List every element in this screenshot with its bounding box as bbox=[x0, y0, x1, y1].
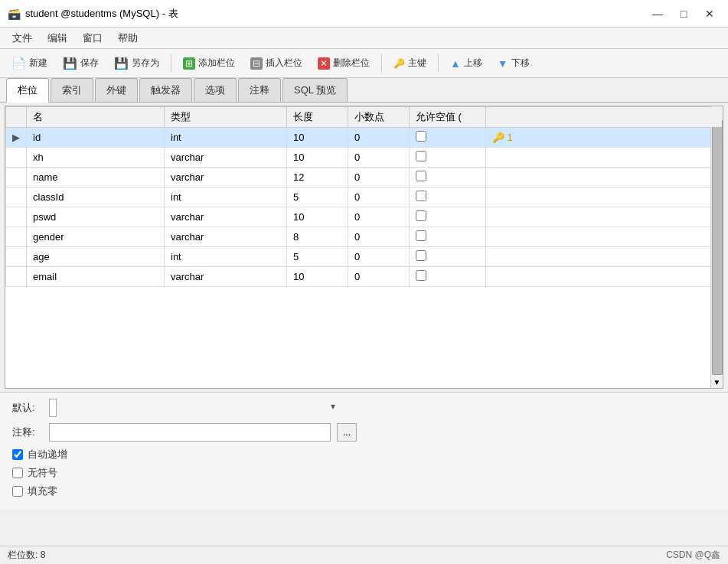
field-extra-cell bbox=[486, 187, 723, 207]
row-marker bbox=[6, 148, 27, 168]
table-row[interactable]: namevarchar120 bbox=[6, 168, 723, 187]
tab-trigger[interactable]: 触发器 bbox=[139, 78, 192, 102]
field-decimal-cell: 0 bbox=[348, 227, 410, 247]
scrollbar[interactable]: ▲ ▼ bbox=[710, 106, 723, 388]
tab-bar: 栏位 索引 外键 触发器 选项 注释 SQL 预览 bbox=[0, 78, 728, 103]
scroll-thumb[interactable] bbox=[712, 119, 723, 375]
default-select[interactable] bbox=[49, 399, 57, 417]
field-decimal-cell: 0 bbox=[348, 187, 410, 207]
nullable-checkbox[interactable] bbox=[416, 210, 426, 221]
col-header-type[interactable]: 类型 bbox=[165, 107, 287, 128]
field-nullable-cell[interactable] bbox=[410, 227, 486, 247]
field-decimal-cell: 0 bbox=[348, 128, 410, 148]
field-length-cell: 10 bbox=[287, 128, 348, 148]
field-extra-cell bbox=[486, 168, 723, 187]
tab-sql-preview[interactable]: SQL 预览 bbox=[282, 78, 348, 102]
table-area: 名 类型 长度 小数点 允许空值 ( ▶idint100🔑 1xhvarchar… bbox=[5, 106, 723, 389]
row-marker bbox=[6, 227, 27, 247]
move-down-button[interactable]: ▼ 下移 bbox=[491, 54, 537, 73]
col-header-name[interactable]: 名 bbox=[27, 107, 165, 128]
table-row[interactable]: ageint50 bbox=[6, 247, 723, 267]
save-icon: 💾 bbox=[63, 57, 77, 70]
menu-window[interactable]: 窗口 bbox=[77, 29, 109, 47]
save-button[interactable]: 💾 保存 bbox=[56, 54, 106, 73]
field-nullable-cell[interactable] bbox=[410, 168, 486, 187]
up-arrow-icon: ▲ bbox=[450, 57, 461, 70]
field-length-cell: 12 bbox=[287, 168, 348, 187]
field-name-cell: classId bbox=[27, 187, 165, 207]
field-type-cell: varchar bbox=[165, 267, 287, 287]
table-row[interactable]: pswdvarchar100 bbox=[6, 207, 723, 227]
table-row[interactable]: ▶idint100🔑 1 bbox=[6, 128, 723, 148]
insert-column-button[interactable]: ⊟ 插入栏位 bbox=[243, 54, 309, 73]
primary-key-button[interactable]: 🔑 主键 bbox=[387, 54, 433, 73]
nullable-checkbox[interactable] bbox=[416, 270, 426, 281]
zerofill-checkbox[interactable] bbox=[12, 486, 23, 497]
delete-column-icon: ✕ bbox=[318, 57, 330, 70]
autoincrement-checkbox[interactable] bbox=[12, 449, 23, 460]
saveas-button[interactable]: 💾 另存为 bbox=[107, 54, 166, 73]
nullable-checkbox[interactable] bbox=[416, 171, 426, 181]
comment-input[interactable] bbox=[49, 423, 331, 442]
add-column-icon: ⊞ bbox=[183, 57, 195, 70]
table-row[interactable]: xhvarchar100 bbox=[6, 148, 723, 168]
field-name-cell: pswd bbox=[27, 207, 165, 227]
new-icon: 📄 bbox=[11, 57, 26, 70]
field-length-cell: 8 bbox=[287, 227, 348, 247]
field-type-cell: varchar bbox=[165, 227, 287, 247]
field-nullable-cell[interactable] bbox=[410, 148, 486, 168]
col-header-nullable[interactable]: 允许空值 ( bbox=[410, 107, 486, 128]
maximize-button[interactable]: □ bbox=[673, 6, 694, 21]
field-length-cell: 5 bbox=[287, 247, 348, 267]
table-container[interactable]: 名 类型 长度 小数点 允许空值 ( ▶idint100🔑 1xhvarchar… bbox=[5, 106, 723, 388]
close-button[interactable]: ✕ bbox=[699, 6, 720, 21]
nullable-checkbox[interactable] bbox=[416, 151, 426, 161]
field-decimal-cell: 0 bbox=[348, 207, 410, 227]
fields-table: 名 类型 长度 小数点 允许空值 ( ▶idint100🔑 1xhvarchar… bbox=[5, 106, 723, 287]
field-name-cell: email bbox=[27, 267, 165, 287]
tab-foreign-key[interactable]: 外键 bbox=[95, 78, 138, 102]
delete-column-button[interactable]: ✕ 删除栏位 bbox=[311, 54, 377, 73]
menu-edit[interactable]: 编辑 bbox=[41, 29, 73, 47]
key-icon: 🔑 bbox=[393, 58, 405, 69]
tab-columns[interactable]: 栏位 bbox=[6, 78, 49, 103]
status-bar: 栏位数: 8 CSDN @Q鑫 bbox=[0, 546, 728, 564]
table-row[interactable]: classIdint50 bbox=[6, 187, 723, 207]
field-nullable-cell[interactable] bbox=[410, 247, 486, 267]
field-nullable-cell[interactable] bbox=[410, 128, 486, 148]
add-column-button[interactable]: ⊞ 添加栏位 bbox=[176, 54, 242, 73]
nullable-checkbox[interactable] bbox=[416, 250, 426, 261]
field-name-cell: xh bbox=[27, 148, 165, 168]
field-nullable-cell[interactable] bbox=[410, 207, 486, 227]
field-extra-cell bbox=[486, 227, 723, 247]
field-type-cell: varchar bbox=[165, 168, 287, 187]
field-type-cell: varchar bbox=[165, 207, 287, 227]
tab-options[interactable]: 选项 bbox=[194, 78, 237, 102]
unsigned-label: 无符号 bbox=[28, 466, 57, 480]
field-length-cell: 10 bbox=[287, 148, 348, 168]
nullable-checkbox[interactable] bbox=[416, 131, 426, 142]
col-header-decimal[interactable]: 小数点 bbox=[348, 107, 410, 128]
minimize-button[interactable]: — bbox=[647, 6, 668, 21]
col-header-length[interactable]: 长度 bbox=[287, 107, 348, 128]
field-nullable-cell[interactable] bbox=[410, 267, 486, 287]
new-button[interactable]: 📄 新建 bbox=[5, 54, 54, 73]
field-decimal-cell: 0 bbox=[348, 267, 410, 287]
field-nullable-cell[interactable] bbox=[410, 187, 486, 207]
tab-index[interactable]: 索引 bbox=[51, 78, 93, 102]
field-extra-cell: 🔑 1 bbox=[486, 128, 723, 148]
scroll-down-arrow[interactable]: ▼ bbox=[712, 377, 723, 388]
autoincrement-label: 自动递增 bbox=[28, 448, 67, 461]
unsigned-checkbox[interactable] bbox=[12, 468, 23, 478]
table-row[interactable]: gendervarchar80 bbox=[6, 227, 723, 247]
nullable-checkbox[interactable] bbox=[416, 191, 426, 201]
menu-file[interactable]: 文件 bbox=[6, 29, 38, 47]
table-row[interactable]: emailvarchar100 bbox=[6, 267, 723, 287]
field-name-cell: id bbox=[27, 128, 165, 148]
menu-help[interactable]: 帮助 bbox=[112, 29, 144, 47]
move-up-button[interactable]: ▲ 上移 bbox=[443, 54, 489, 73]
nullable-checkbox[interactable] bbox=[416, 230, 426, 241]
comment-dots-button[interactable]: ... bbox=[337, 423, 357, 442]
unsigned-row: 无符号 bbox=[12, 466, 716, 480]
tab-comment[interactable]: 注释 bbox=[238, 78, 281, 102]
